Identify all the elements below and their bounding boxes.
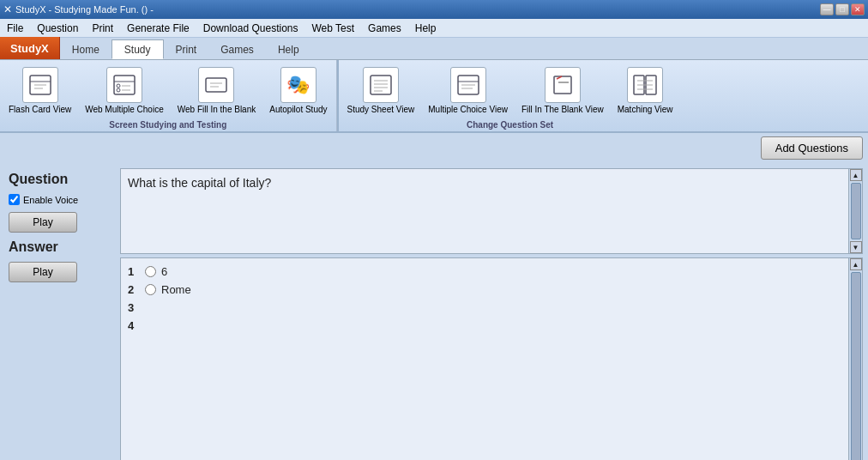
flash-card-icon [22,67,58,103]
toolbar-screen-section: Flash Card View Web Multiple Choice [0,60,337,131]
tab-print[interactable]: Print [164,40,209,59]
option-num-2: 2 [128,283,140,296]
menu-bar: File Question Print Generate File Downlo… [0,19,868,38]
tab-studyx-brand: StudyX [0,37,60,59]
svg-point-6 [117,84,120,88]
menu-web-test[interactable]: Web Test [305,21,362,36]
menu-question[interactable]: Question [30,21,85,36]
left-panel: Question Enable Voice Play Answer Play [0,163,120,460]
study-sheet-svg [368,72,394,98]
answer-options-list: 1 6 2 Rome 3 4 [128,265,855,332]
add-questions-bar: Add Questions [0,133,868,163]
answer-option-2: 2 Rome [128,283,855,296]
option-num-1: 1 [128,265,140,278]
svg-point-8 [117,88,120,92]
answer-scroll-up[interactable]: ▲ [850,258,862,270]
question-scroll-up[interactable]: ▲ [850,169,862,181]
title-bar-controls: — □ ✕ [820,3,865,15]
multiple-choice-view-label: Multiple Choice View [428,105,508,115]
toolbar-screen-icons: Flash Card View Web Multiple Choice [2,64,335,118]
matching-view-label: Matching View [618,105,673,115]
change-section-label: Change Question Set [467,120,553,130]
option-radio-1[interactable] [145,266,156,277]
answer-option-4: 4 [128,319,855,332]
add-questions-button[interactable]: Add Questions [761,136,863,160]
question-title: Question [9,172,112,187]
toolbar-web-multiple-choice[interactable]: Web Multiple Choice [78,64,171,118]
menu-download-questions[interactable]: Download Questions [196,21,305,36]
toolbar-fill-blank-view[interactable]: Fill In The Blank View [515,64,611,118]
screen-section-label: Screen Studying and Testing [109,120,226,130]
question-play-button[interactable]: Play [9,212,77,233]
web-mc-svg [112,72,137,98]
question-text: What is the capital of Italy? [128,176,271,190]
enable-voice-text: Enable Voice [23,195,78,205]
fill-blank-view-svg [550,72,576,98]
web-fill-blank-label: Web Fill In the Blank [178,105,256,115]
web-mc-label: Web Multiple Choice [85,105,164,115]
app-icon: ✕ [3,3,12,15]
autopilot-icon: 🎭 [280,67,316,103]
study-sheet-label: Study Sheet View [347,105,415,115]
menu-games[interactable]: Games [361,21,408,36]
toolbar-multiple-choice-view[interactable]: Multiple Choice View [421,64,515,118]
matching-svg [632,72,658,98]
menu-help[interactable]: Help [408,21,443,36]
option-num-4: 4 [128,319,140,332]
study-sheet-icon [363,67,399,103]
answer-scroll-thumb[interactable] [851,272,861,460]
matching-view-icon [627,67,663,103]
tab-bar: StudyX Home Study Print Games Help [0,38,868,60]
enable-voice-checkbox[interactable] [9,194,20,205]
menu-generate-file[interactable]: Generate File [120,21,196,36]
toolbar-autopilot[interactable]: 🎭 Autopilot Study [262,64,334,118]
svg-rect-10 [206,78,226,92]
option-text-2: Rome [161,283,191,296]
title-bar-left: ✕ StudyX - Studying Made Fun. () - [3,3,154,15]
app-title: StudyX - Studying Made Fun. () - [15,4,154,15]
title-bar: ✕ StudyX - Studying Made Fun. () - — □ ✕ [0,0,868,19]
svg-rect-13 [371,76,391,94]
web-multiple-choice-icon [106,67,142,103]
web-fill-blank-icon [198,67,234,103]
tab-games[interactable]: Games [208,40,266,59]
enable-voice-label[interactable]: Enable Voice [9,194,112,205]
toolbar-change-section: Study Sheet View Multiple Choice View [337,60,682,131]
option-text-1: 6 [161,265,167,278]
mc-view-svg [455,72,481,98]
question-area: What is the capital of Italy? ▲ ▼ [120,168,863,254]
close-button[interactable]: ✕ [851,3,865,15]
menu-file[interactable]: File [0,21,30,36]
question-scrollbar[interactable]: ▲ ▼ [848,169,862,253]
toolbar: Flash Card View Web Multiple Choice [0,60,868,133]
main-content: Question Enable Voice Play Answer Play W… [0,163,868,460]
maximize-button[interactable]: □ [835,3,849,15]
right-panel: What is the capital of Italy? ▲ ▼ 1 6 2 … [120,163,868,460]
answer-title: Answer [9,239,112,255]
toolbar-study-sheet[interactable]: Study Sheet View [341,64,422,118]
menu-print[interactable]: Print [85,21,120,36]
minimize-button[interactable]: — [820,3,834,15]
answer-scrollbar[interactable]: ▲ ▼ [848,258,862,460]
answer-area: 1 6 2 Rome 3 4 ▲ [120,257,863,460]
tab-home[interactable]: Home [60,40,112,59]
autopilot-label: Autopilot Study [269,105,327,115]
question-scroll-down[interactable]: ▼ [850,241,862,253]
multiple-choice-view-icon [450,67,486,103]
toolbar-change-icons: Study Sheet View Multiple Choice View [341,64,680,118]
answer-option-3: 3 [128,301,855,314]
toolbar-flash-card[interactable]: Flash Card View [2,64,78,118]
toolbar-web-fill-blank[interactable]: Web Fill In the Blank [171,64,263,118]
tab-help[interactable]: Help [266,40,311,59]
fill-blank-view-label: Fill In The Blank View [521,105,604,115]
answer-option-1: 1 6 [128,265,855,278]
toolbar-matching-view[interactable]: Matching View [611,64,680,118]
option-radio-2[interactable] [145,284,156,295]
question-scroll-thumb[interactable] [851,183,861,239]
flash-card-svg [27,72,53,98]
answer-play-button[interactable]: Play [9,262,77,282]
flash-card-label: Flash Card View [9,105,71,115]
fill-blank-svg [203,72,229,98]
fill-blank-view-icon [545,67,581,103]
tab-study[interactable]: Study [112,39,164,59]
